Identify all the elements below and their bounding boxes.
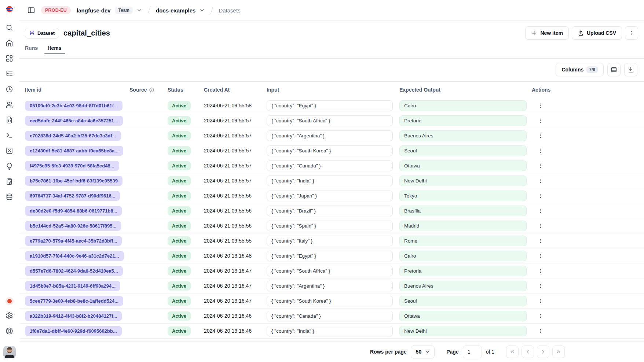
input-cell[interactable]: { "country": "Egypt" }: [267, 100, 393, 111]
expected-output-cell[interactable]: Tokyo: [399, 191, 527, 201]
input-cell[interactable]: { "country": "South Africa" }: [267, 115, 393, 126]
rows-per-page-select[interactable]: 50: [411, 346, 435, 358]
expected-output-cell[interactable]: Pretoria: [399, 115, 527, 126]
item-id-link[interactable]: de30d2e0-f5d9-4854-88b6-0619771b8...: [25, 206, 122, 216]
input-cell[interactable]: { "country": "India" }: [267, 176, 393, 186]
sidebar-toggle-button[interactable]: [25, 4, 37, 16]
org-name[interactable]: langfuse-dev: [77, 7, 111, 14]
row-actions-button[interactable]: [535, 235, 546, 246]
breadcrumb-section[interactable]: Datasets: [219, 7, 240, 14]
item-id-link[interactable]: 69764737-34af-4752-9787-d90df9616...: [25, 191, 120, 201]
first-page-button[interactable]: [506, 346, 519, 358]
item-id-link[interactable]: f4975c95-5fc3-4939-970d-58fa5cd48...: [25, 161, 119, 171]
input-cell[interactable]: { "country": "Brazil" }: [267, 206, 393, 216]
sidebar-item-users[interactable]: [2, 97, 17, 112]
sidebar-item-search[interactable]: [2, 20, 17, 35]
expected-output-cell[interactable]: Buenos Aires: [399, 130, 527, 141]
tab-items[interactable]: Items: [44, 44, 65, 54]
input-cell[interactable]: { "country": "Argentina" }: [267, 130, 393, 141]
row-actions-button[interactable]: [535, 175, 546, 186]
row-actions-button[interactable]: [535, 280, 546, 291]
row-actions-button[interactable]: [535, 145, 546, 156]
page-number-input[interactable]: [463, 346, 482, 358]
expected-output-cell[interactable]: Madrid: [399, 221, 527, 231]
expected-output-cell[interactable]: Seoul: [399, 296, 527, 306]
sidebar-item-insights[interactable]: [2, 159, 17, 173]
input-cell[interactable]: { "country": "Egypt" }: [267, 251, 393, 261]
item-id-link[interactable]: e779a270-579a-4f45-aec4-35b72d3bff...: [25, 236, 122, 246]
row-actions-button[interactable]: [535, 295, 546, 306]
row-actions-button[interactable]: [535, 100, 546, 111]
row-actions-button[interactable]: [535, 115, 546, 126]
row-actions-button[interactable]: [535, 220, 546, 231]
input-cell[interactable]: { "country": "Argentina" }: [267, 281, 393, 291]
sidebar-item-annotation[interactable]: [2, 174, 17, 189]
org-logo[interactable]: [4, 4, 15, 15]
expected-output-cell[interactable]: Cairo: [399, 251, 527, 261]
input-cell[interactable]: { "country": "Canada" }: [267, 160, 393, 171]
sidebar-item-prompts[interactable]: [2, 112, 17, 127]
info-icon[interactable]: [149, 87, 154, 93]
previous-page-button[interactable]: [522, 346, 534, 358]
expected-output-cell[interactable]: Pretoria: [399, 266, 527, 276]
row-actions-button[interactable]: [535, 265, 546, 276]
expected-output-cell[interactable]: New Delhi: [399, 176, 527, 186]
input-cell[interactable]: { "country": "Canada" }: [267, 311, 393, 321]
last-page-button[interactable]: [552, 346, 565, 358]
row-height-button[interactable]: [607, 63, 621, 76]
expected-output-cell[interactable]: Cairo: [399, 100, 527, 111]
row-actions-button[interactable]: [535, 205, 546, 216]
tab-runs[interactable]: Runs: [21, 44, 41, 54]
item-id-link[interactable]: e12430df-5e81-4687-aabb-f0ea65be8a...: [25, 146, 123, 156]
item-id-link[interactable]: 05109ef0-2e3b-4e03-98dd-8f7d01b61f...: [25, 101, 122, 111]
sidebar-item-support[interactable]: [2, 324, 17, 338]
sidebar-item-traces[interactable]: [2, 66, 17, 81]
row-actions-button[interactable]: [535, 160, 546, 171]
item-id-link[interactable]: eed5dafe-244f-465c-a84c-4a6e357251...: [25, 116, 123, 126]
item-id-link[interactable]: a322b319-9412-4f43-b8f2-b20484127f...: [25, 311, 122, 321]
recording-indicator[interactable]: [2, 295, 17, 308]
expected-output-cell[interactable]: Ottawa: [399, 311, 527, 321]
expected-output-cell[interactable]: New Delhi: [399, 326, 527, 336]
user-avatar[interactable]: [3, 346, 16, 358]
row-actions-button[interactable]: [535, 310, 546, 321]
sidebar-item-settings[interactable]: [2, 308, 17, 323]
sidebar-item-playground[interactable]: [2, 128, 17, 143]
input-cell[interactable]: { "country": "South Africa" }: [267, 266, 393, 276]
new-item-button[interactable]: New item: [525, 26, 568, 40]
expected-output-cell[interactable]: Seoul: [399, 145, 527, 156]
sidebar-item-evaluation[interactable]: [2, 143, 17, 158]
item-id-link[interactable]: 1f0e7da1-dbff-4e60-929d-f6095602bb...: [25, 326, 122, 336]
columns-button[interactable]: Columns 7/8: [556, 63, 604, 76]
expected-output-cell[interactable]: Brasília: [399, 206, 527, 216]
project-name[interactable]: docs-examples: [156, 7, 195, 14]
row-actions-button[interactable]: [535, 130, 546, 141]
sidebar-item-sessions[interactable]: [2, 82, 17, 96]
sidebar-item-home[interactable]: [2, 36, 17, 50]
item-id-link[interactable]: d557e7d6-7802-4624-9da6-52d410ea5...: [25, 266, 123, 276]
next-page-button[interactable]: [537, 346, 549, 358]
input-cell[interactable]: { "country": "Italy" }: [267, 236, 393, 246]
project-switcher-button[interactable]: [199, 7, 205, 13]
input-cell[interactable]: { "country": "South Korea" }: [267, 296, 393, 306]
item-id-link[interactable]: b75c7861-1fbe-45cf-bdf6-83f139c95539: [25, 176, 122, 186]
expected-output-cell[interactable]: Rome: [399, 236, 527, 246]
expected-output-cell[interactable]: Ottawa: [399, 160, 527, 171]
item-id-link[interactable]: 5cee7779-3e00-4eb8-be8c-1affedd524...: [25, 296, 123, 306]
export-button[interactable]: [624, 63, 637, 76]
item-id-link[interactable]: a1910d57-7f84-440c-9e46-a31c2d7e21...: [25, 251, 124, 261]
input-cell[interactable]: { "country": "South Korea" }: [267, 145, 393, 156]
item-id-link[interactable]: b5c144cd-52a5-4a80-926e-58617f895...: [25, 221, 121, 231]
row-actions-button[interactable]: [535, 325, 546, 336]
item-id-link[interactable]: 1d45b0e7-b85a-4231-9149-6ff90a294...: [25, 281, 120, 291]
row-actions-button[interactable]: [535, 190, 546, 201]
sidebar-item-datasets[interactable]: [2, 189, 17, 204]
input-cell[interactable]: { "country": "Spain" }: [267, 221, 393, 231]
input-cell[interactable]: { "country": "Japan" }: [267, 191, 393, 201]
row-actions-button[interactable]: [535, 250, 546, 261]
item-id-link[interactable]: c702838d-24d5-40a2-bf35-67dc3a3df...: [25, 131, 121, 141]
sidebar-item-dashboard[interactable]: [2, 51, 17, 66]
org-switcher-button[interactable]: [136, 7, 142, 13]
input-cell[interactable]: { "country": "India" }: [267, 326, 393, 336]
dataset-actions-menu-button[interactable]: [625, 26, 638, 40]
